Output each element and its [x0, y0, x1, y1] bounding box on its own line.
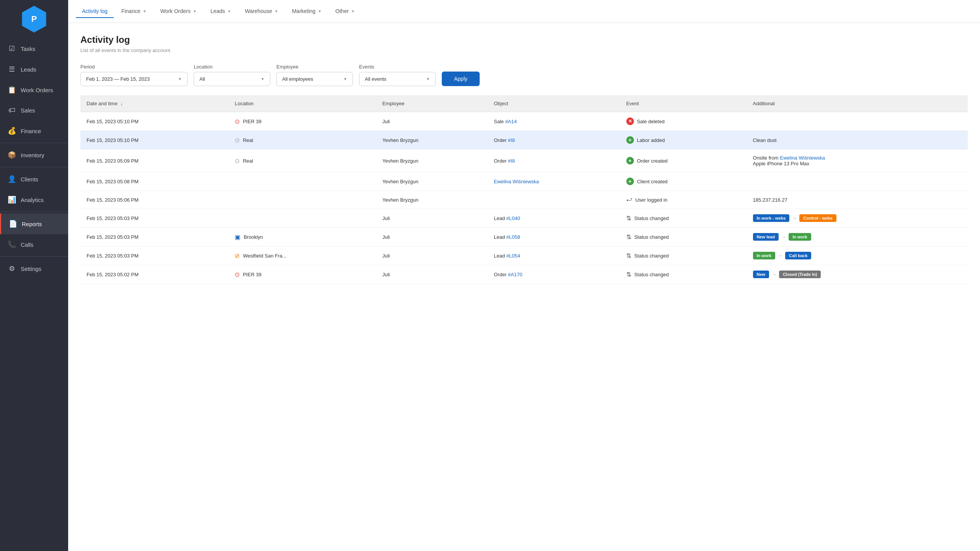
cell-event-text-2: Order created — [637, 158, 668, 164]
cell-object-0: Sale #A14 — [488, 112, 620, 131]
event-add-icon: + — [626, 178, 634, 185]
period-value: Feb 1, 2023 — Feb 15, 2023 — [86, 76, 150, 82]
events-value: All events — [365, 76, 386, 82]
finance-icon: 💰 — [8, 127, 16, 135]
cell-additional-7: In work → Call back — [747, 246, 968, 265]
top-nav: Activity logFinance▼Work Orders▼Leads▼Wa… — [68, 0, 980, 23]
sidebar-item-tasks[interactable]: ☑Tasks — [0, 38, 68, 59]
table-row: Feb 15, 2023 05:03 PMJuliLead #L040⇅Stat… — [80, 209, 968, 228]
location-gray-dot-icon: ⊙ — [235, 157, 240, 165]
location-red-dot-icon: ⊙ — [235, 271, 240, 278]
cell-location-name-2: Real — [243, 158, 253, 164]
tab-chevron-work-orders-icon: ▼ — [193, 9, 197, 13]
cell-datetime-3: Feb 15, 2023 05:08 PM — [80, 172, 229, 191]
arrow-icon-5: → — [792, 215, 797, 221]
sidebar-item-work-orders[interactable]: 📋Work Orders — [0, 80, 68, 100]
cell-object-link-8[interactable]: #A170 — [508, 272, 523, 277]
tab-leads[interactable]: Leads▼ — [204, 5, 237, 18]
sidebar-item-reports[interactable]: 📄Reports — [0, 214, 68, 234]
sidebar-label-finance: Finance — [21, 128, 41, 134]
location-red-dot-icon: ⊙ — [235, 118, 240, 125]
event-status-icon: ⇅ — [626, 215, 631, 222]
cell-additional-3 — [747, 172, 968, 191]
cell-object-link-1[interactable]: #I8 — [508, 137, 515, 143]
event-status-icon: ⇅ — [626, 233, 631, 241]
cell-event-4: ⮐User logged in — [620, 191, 747, 209]
sidebar-item-leads[interactable]: ☰Leads — [0, 59, 68, 80]
logo-icon: P — [21, 6, 47, 33]
events-filter-group: Events All events ▼ — [359, 64, 436, 86]
location-chevron-icon: ▼ — [261, 77, 265, 81]
sidebar-item-inventory[interactable]: 📦Inventory — [0, 145, 68, 165]
apply-button[interactable]: Apply — [442, 72, 480, 86]
employee-value: All employees — [282, 76, 313, 82]
tab-label-finance: Finance — [121, 8, 140, 14]
reports-icon: 📄 — [9, 220, 17, 228]
tab-other[interactable]: Other▼ — [329, 5, 361, 18]
tab-label-leads: Leads — [211, 8, 225, 14]
cell-object-2: Order #I8 — [488, 150, 620, 172]
cell-additional-4: 185.237.216.27 — [747, 191, 968, 209]
sidebar-label-sales: Sales — [21, 107, 35, 114]
cell-object-link-2[interactable]: #I8 — [508, 158, 515, 164]
col-additional: Additional — [747, 95, 968, 112]
cell-object-8: Order #A170 — [488, 265, 620, 284]
filters-bar: Period Feb 1, 2023 — Feb 15, 2023 ▼ Loca… — [80, 64, 968, 86]
location-orange-circle-icon: ⊘ — [235, 252, 240, 259]
cell-object-link-7[interactable]: #L054 — [506, 253, 520, 259]
cell-additional-8: New → Closed (Trade In) — [747, 265, 968, 284]
cell-object-1: Order #I8 — [488, 131, 620, 150]
sidebar-label-inventory: Inventory — [21, 152, 44, 158]
cell-employee-2: Yevhen Bryzgun — [376, 150, 488, 172]
events-select[interactable]: All events ▼ — [359, 72, 436, 86]
cell-object-link-0[interactable]: #A14 — [505, 119, 517, 124]
event-login-icon: ⮐ — [626, 196, 632, 203]
event-status-icon: ⇅ — [626, 252, 631, 259]
cell-additional-6: New lead → In work — [747, 228, 968, 246]
period-select[interactable]: Feb 1, 2023 — Feb 15, 2023 ▼ — [80, 72, 188, 86]
cell-object-link-3[interactable]: Ewelina Wiśniewska — [494, 179, 539, 184]
table-row: Feb 15, 2023 05:09 PM⊙RealYevhen Bryzgun… — [80, 150, 968, 172]
sidebar-item-analytics[interactable]: 📊Analytics — [0, 189, 68, 210]
cell-event-text-6: Status changed — [634, 234, 669, 240]
work-orders-icon: 📋 — [8, 86, 16, 94]
sidebar-item-sales[interactable]: 🏷Sales — [0, 100, 68, 121]
event-delete-icon: ✕ — [626, 117, 634, 125]
sidebar-item-finance[interactable]: 💰Finance — [0, 121, 68, 141]
badge-to-5: Control - webs — [799, 214, 836, 222]
sidebar-item-settings[interactable]: ⚙Settings — [0, 258, 68, 279]
sidebar-label-leads: Leads — [21, 66, 36, 73]
period-chevron-icon: ▼ — [178, 77, 182, 81]
location-select[interactable]: All ▼ — [194, 72, 270, 86]
sidebar-label-clients: Clients — [21, 176, 38, 183]
sidebar-item-calls[interactable]: 📞Calls — [0, 234, 68, 255]
sort-icon: ↓ — [121, 101, 123, 106]
tab-warehouse[interactable]: Warehouse▼ — [239, 5, 284, 18]
sidebar-label-reports: Reports — [22, 221, 42, 227]
badge-from-5: In work - webs — [753, 214, 790, 222]
employee-select[interactable]: All employees ▼ — [276, 72, 353, 86]
cell-employee-4: Yevhen Bryzgun — [376, 191, 488, 209]
employee-chevron-icon: ▼ — [343, 77, 347, 81]
period-label: Period — [80, 64, 188, 70]
sidebar-item-clients[interactable]: 👤Clients — [0, 169, 68, 189]
cell-datetime-2: Feb 15, 2023 05:09 PM — [80, 150, 229, 172]
tab-work-orders[interactable]: Work Orders▼ — [154, 5, 203, 18]
cell-employee-3: Yevhen Bryzgun — [376, 172, 488, 191]
tab-marketing[interactable]: Marketing▼ — [286, 5, 328, 18]
cell-object-link-6[interactable]: #L058 — [506, 234, 520, 240]
cell-event-text-4: User logged in — [635, 197, 668, 203]
cell-additional-link-2[interactable]: Ewelina Wiśniewska — [780, 155, 825, 161]
cell-event-2: +Order created — [620, 150, 747, 172]
employee-label: Employee — [276, 64, 353, 70]
tab-activity-log[interactable]: Activity log — [76, 5, 114, 18]
cell-employee-8: Juli — [376, 265, 488, 284]
page-title: Activity log — [80, 34, 968, 45]
cell-event-text-8: Status changed — [634, 272, 669, 277]
cell-object-4 — [488, 191, 620, 209]
col-datetime[interactable]: Date and time ↓ — [80, 95, 229, 112]
cell-additional-5: In work - webs → Control - webs — [747, 209, 968, 228]
cell-additional-0 — [747, 112, 968, 131]
tab-finance[interactable]: Finance▼ — [115, 5, 153, 18]
cell-object-link-5[interactable]: #L040 — [506, 215, 520, 221]
